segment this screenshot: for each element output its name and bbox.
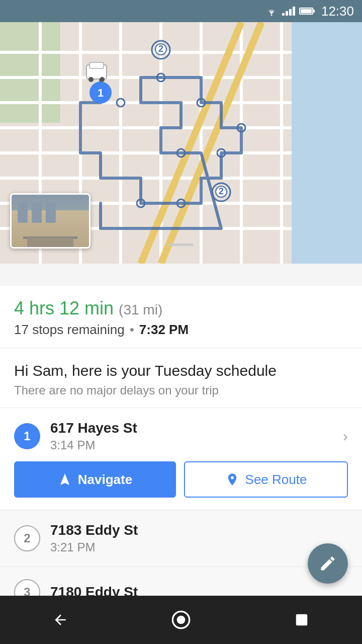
stop-badge-3: 3: [14, 579, 40, 597]
navigate-button[interactable]: Navigate: [14, 461, 176, 498]
trip-distance: (31 mi): [119, 302, 162, 318]
wifi-icon: [265, 6, 278, 16]
battery-icon: [299, 8, 313, 15]
stop-1-actions: Navigate See Route: [14, 461, 348, 498]
status-time: 12:30: [321, 4, 354, 19]
status-bar: 12:30: [0, 0, 362, 22]
schedule-header: Hi Sam, here is your Tuesday schedule Th…: [0, 348, 362, 408]
svg-point-0: [270, 15, 272, 16]
navigate-label: Navigate: [78, 472, 132, 488]
see-route-button[interactable]: See Route: [184, 461, 348, 498]
stop-item-1: 1 617 Hayes St 3:14 PM › Navigate See Ro…: [0, 408, 362, 510]
stop-icon: [294, 612, 309, 627]
edit-icon: [319, 554, 337, 573]
stop-badge-1: 1: [14, 423, 40, 449]
info-panel: 4 hrs 12 min (31 mi) 17 stops remaining …: [0, 286, 362, 644]
stop-2-address: 7183 Eddy St: [50, 522, 348, 538]
signal-icon: [282, 7, 295, 16]
stop-1-address: 617 Hayes St: [50, 420, 338, 436]
trip-eta: 7:32 PM: [139, 322, 189, 338]
svg-rect-38: [89, 62, 104, 68]
stop-1-info: 617 Hayes St 3:14 PM: [50, 420, 338, 452]
bullet-separator: •: [130, 322, 134, 338]
map-container[interactable]: 1 2 2: [0, 22, 362, 264]
drag-handle[interactable]: [168, 244, 194, 246]
stop-1-chevron[interactable]: ›: [343, 428, 348, 445]
trip-duration: 4 hrs 12 min: [14, 298, 114, 319]
nav-stop-button[interactable]: [287, 605, 317, 635]
route-icon: [225, 472, 239, 487]
stop-badge-2: 2: [14, 525, 40, 551]
trip-stops: 17 stops remaining: [14, 322, 125, 338]
navigate-icon: [58, 472, 72, 487]
svg-point-42: [177, 616, 186, 624]
home-circle-icon: [171, 610, 191, 630]
nav-back-button[interactable]: [45, 605, 75, 635]
stop-item-3: 3 7180 Eddy St: [0, 567, 362, 597]
stop-item-2: 2 7183 Eddy St 3:21 PM: [0, 510, 362, 567]
svg-point-40: [100, 77, 105, 82]
edit-fab[interactable]: [308, 543, 348, 584]
schedule-subtitle: There are no major delays on your trip: [14, 383, 348, 397]
stop-2-time: 3:21 PM: [50, 540, 348, 554]
trip-summary: 4 hrs 12 min (31 mi) 17 stops remaining …: [0, 286, 362, 348]
see-route-label: See Route: [245, 472, 307, 488]
schedule-greeting: Hi Sam, here is your Tuesday schedule: [14, 362, 348, 379]
street-photo-thumbnail[interactable]: [10, 193, 90, 249]
svg-point-39: [88, 77, 94, 82]
svg-text:2: 2: [158, 44, 163, 54]
back-icon: [52, 612, 68, 628]
svg-text:2: 2: [219, 186, 224, 196]
stop-2-info: 7183 Eddy St 3:21 PM: [50, 522, 348, 554]
status-icons: 12:30: [265, 4, 354, 19]
svg-rect-43: [296, 614, 308, 626]
stop-1-time: 3:14 PM: [50, 438, 338, 452]
bottom-navigation: [0, 596, 362, 644]
svg-text:1: 1: [98, 87, 104, 99]
nav-home-button[interactable]: [166, 605, 196, 635]
svg-rect-3: [0, 22, 60, 123]
svg-rect-2: [292, 22, 362, 264]
